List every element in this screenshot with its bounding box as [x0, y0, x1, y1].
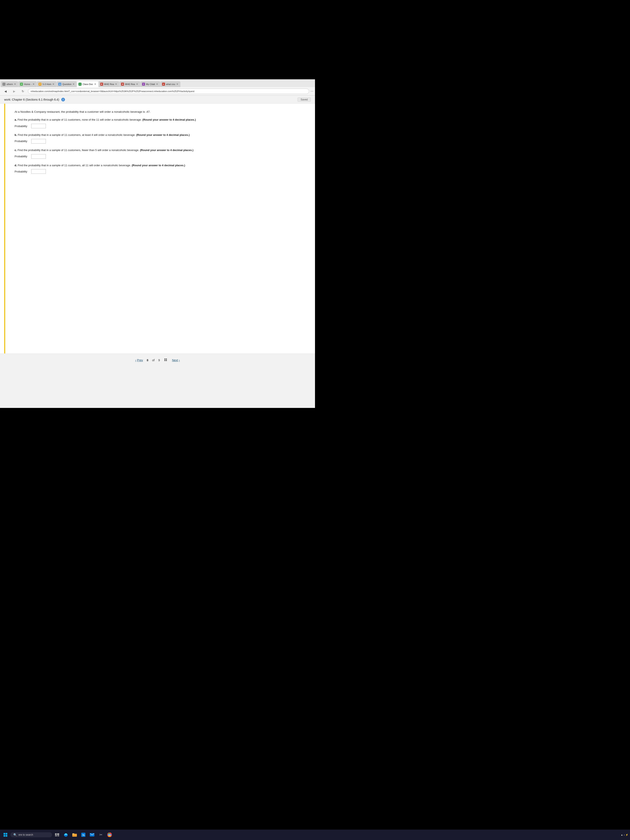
tab-icon-question: Q — [58, 83, 61, 85]
prob-row-d: Probability — [14, 169, 305, 174]
page-total: 9 — [158, 358, 160, 362]
tab-icon-classdoc: E — [79, 83, 82, 85]
question-intro: At a Noodles & Company restaurant, the p… — [14, 110, 305, 114]
svg-rect-1 — [166, 358, 167, 360]
tab-icon-53hom: P — [38, 83, 41, 85]
browser-content: work: Chapter 6 (Sections 6.1 through 6.… — [0, 95, 315, 408]
next-label: Next — [172, 358, 178, 362]
info-icon[interactable]: i — [61, 98, 65, 101]
sub-question-a: a. Find the probability that in a sample… — [14, 118, 305, 128]
tab-classdoc[interactable]: E Class Doc ✕ — [77, 81, 98, 87]
back-button[interactable]: ◀ — [2, 87, 9, 95]
prev-label: Prev — [137, 358, 143, 362]
hw-saved-badge: Saved — [297, 98, 311, 102]
part-a-label: a. — [14, 118, 17, 121]
prob-row-c: Probability — [14, 154, 305, 159]
tab-close-mherea1[interactable]: ✕ — [115, 83, 117, 85]
prob-row-a: Probability — [14, 124, 305, 128]
tab-mherea2[interactable]: M MHE Rea ✕ — [119, 81, 140, 87]
grid-icon[interactable] — [164, 358, 168, 363]
tab-close-mherea2[interactable]: ✕ — [136, 83, 138, 85]
tab-label-mycitat: My Citati — [146, 83, 155, 85]
forward-button[interactable]: ▶ — [10, 87, 18, 95]
tab-home[interactable]: H Home - ✕ — [18, 81, 37, 87]
page-current: 8 — [147, 358, 148, 362]
tab-label-whatcou: what cou — [166, 83, 175, 85]
tab-53hom[interactable]: P 5-3 Hom ✕ — [37, 81, 57, 87]
prob-row-b: Probability — [14, 139, 305, 144]
next-chevron-icon: › — [179, 358, 180, 362]
tab-close-question[interactable]: ✕ — [73, 83, 74, 85]
sub-question-b: b. Find the probability that in a sample… — [14, 133, 305, 144]
svg-rect-0 — [164, 358, 166, 360]
svg-rect-2 — [164, 360, 166, 361]
reload-button[interactable]: ↻ — [19, 87, 27, 95]
tab-uthern[interactable]: • uthern ✕ — [1, 81, 18, 87]
tab-whatcou[interactable]: w what cou ✕ — [160, 81, 180, 87]
prev-button[interactable]: ‹ Prev — [135, 358, 143, 362]
tab-bar: • uthern ✕ H Home - ✕ P 5-3 Hom ✕ Q Ques… — [0, 80, 315, 87]
address-input[interactable] — [28, 88, 309, 94]
tab-question[interactable]: Q Question ✕ — [57, 81, 77, 87]
browser-window: • uthern ✕ H Home - ✕ P 5-3 Hom ✕ Q Ques… — [0, 79, 315, 408]
hw-header: work: Chapter 6 (Sections 6.1 through 6.… — [0, 95, 315, 104]
prev-chevron-icon: ‹ — [135, 358, 136, 362]
tab-mherea1[interactable]: M MHE Rea ✕ — [98, 81, 119, 87]
prob-input-c[interactable] — [31, 154, 46, 159]
tab-label-53hom: 5-3 Hom — [43, 83, 51, 85]
sub-question-d-text: d. Find the probability that in a sample… — [14, 163, 305, 168]
prob-label-a: Probability — [14, 125, 29, 128]
tab-label-mherea2: MHE Rea — [125, 83, 135, 85]
prob-input-a[interactable] — [31, 124, 46, 128]
next-button[interactable]: Next › — [172, 358, 180, 362]
prob-label-d: Probability — [14, 170, 29, 173]
hw-title: work: Chapter 6 (Sections 6.1 through 6.… — [4, 98, 59, 101]
prob-label-b: Probability — [14, 140, 29, 143]
tab-icon-home: H — [20, 83, 23, 85]
tab-label-home: Home - — [24, 83, 32, 85]
prob-input-b[interactable] — [31, 139, 46, 144]
tab-icon-mherea2: M — [121, 83, 124, 85]
sub-question-b-text: b. Find the probability that in a sample… — [14, 133, 305, 137]
black-top-area — [0, 0, 315, 79]
part-d-label: d. — [14, 164, 18, 167]
tab-label-classdoc: Class Doc — [82, 83, 93, 85]
tab-icon-uthern: • — [3, 83, 5, 85]
tab-icon-mherea1: M — [100, 83, 103, 85]
prob-label-c: Probability — [14, 155, 29, 158]
part-c-instruction: (Round your answer to 4 decimal places.) — [140, 148, 193, 152]
address-bar-row: ◀ ▶ ↻ ⋯ — [0, 87, 315, 95]
tab-close-mycitat[interactable]: ✕ — [156, 83, 158, 85]
part-b-label: b. — [14, 133, 18, 136]
tab-close-home[interactable]: ✕ — [33, 83, 35, 85]
part-c-label: c. — [14, 148, 17, 152]
part-b-instruction: (Round your answer to 4 decimal places.) — [136, 133, 189, 136]
tab-icon-mycitat: V — [142, 83, 145, 85]
part-a-instruction: (Round your answer to 4 decimal places.) — [142, 118, 196, 121]
svg-rect-3 — [166, 360, 167, 361]
question-content: At a Noodles & Company restaurant, the p… — [0, 104, 315, 354]
tab-close-uthern[interactable]: ✕ — [14, 83, 16, 85]
tab-label-question: Question — [62, 83, 71, 85]
sub-question-a-text: a. Find the probability that in a sample… — [14, 118, 305, 122]
tab-icon-whatcou: w — [162, 83, 165, 85]
sub-question-c-text: c. Find the probability that in a sample… — [14, 148, 305, 153]
left-accent-bar — [4, 104, 5, 354]
page-of-label: of — [152, 358, 155, 362]
sub-question-c: c. Find the probability that in a sample… — [14, 148, 305, 159]
extension-button[interactable]: ⋯ — [310, 90, 313, 93]
tab-mycitat[interactable]: V My Citati ✕ — [141, 81, 160, 87]
pagination-row: ‹ Prev 8 of 9 Next › — [0, 354, 315, 366]
tab-close-53hom[interactable]: ✕ — [52, 83, 54, 85]
tab-close-whatcou[interactable]: ✕ — [176, 83, 178, 85]
prob-input-d[interactable] — [31, 169, 46, 174]
tab-label-uthern: uthern — [6, 83, 13, 85]
part-d-instruction: (Round your answer to 4 decimal places.) — [132, 164, 185, 167]
tab-close-classdoc[interactable]: ✕ — [94, 83, 96, 85]
sub-question-d: d. Find the probability that in a sample… — [14, 163, 305, 174]
tab-label-mherea1: MHE Rea — [104, 83, 114, 85]
